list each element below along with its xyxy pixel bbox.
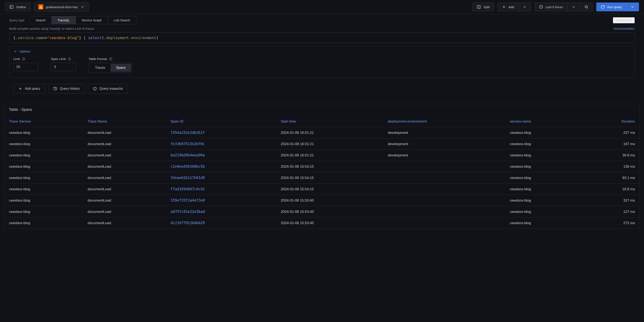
cell-start-time: 2024-01-08 15:53:40 <box>276 217 383 229</box>
span-id-link[interactable]: dc2167791264bb29 <box>171 221 205 225</box>
table-header-row: Trace Service Trace Name Span ID Start t… <box>4 116 640 127</box>
traceql-editor[interactable]: {.service.name="ceesbos-blog"} | select(… <box>9 32 635 43</box>
chevron-down-icon <box>13 49 18 53</box>
cell-trace-service: ceesbos-blog <box>4 161 83 172</box>
cell-trace-service: ceesbos-blog <box>4 139 83 150</box>
run-query-button[interactable]: Run query <box>596 2 626 11</box>
cell-service-name: ceesbos-blog <box>505 161 582 172</box>
grafana-icon <box>38 4 43 9</box>
cell-trace-service: ceesbos-blog <box>4 195 83 206</box>
svg-point-12 <box>24 58 24 59</box>
options-toggle[interactable]: Options <box>13 49 631 53</box>
cell-service-name: ceesbos-blog <box>505 206 582 217</box>
col-duration[interactable]: Duration <box>582 116 640 127</box>
cell-span-id: c2e0ea45b568bc5b <box>166 161 276 172</box>
cell-trace-service: ceesbos-blog <box>4 206 83 217</box>
cell-span-id: 159ef35f2a4ef3e0 <box>166 195 276 206</box>
svg-point-23 <box>95 88 95 88</box>
cell-duration: 327 ms <box>582 195 640 206</box>
add-dropdown[interactable] <box>518 2 531 11</box>
outline-label: Outline <box>16 5 26 9</box>
tab-traceql[interactable]: TraceQL <box>52 16 76 24</box>
col-trace-service[interactable]: Trace Service <box>4 116 83 127</box>
cell-env: development <box>383 127 505 139</box>
cell-env <box>383 161 505 172</box>
info-icon <box>68 57 71 61</box>
documentation-link[interactable]: Documentation <box>614 27 635 30</box>
cell-trace-name: documentLoad <box>83 172 166 183</box>
col-trace-name[interactable]: Trace Name <box>83 116 166 127</box>
span-limit-input[interactable] <box>51 63 76 71</box>
span-id-link[interactable]: f7a4169d667c0c41 <box>171 187 205 191</box>
import-trace-button[interactable]: Import trace <box>613 17 635 23</box>
format-traces[interactable]: Traces <box>90 64 110 72</box>
cell-start-time: 2024-01-08 16:01:21 <box>276 139 383 150</box>
cell-service-name: ceesbos-blog <box>505 139 582 150</box>
cell-env: development <box>383 150 505 161</box>
cell-span-id: ad75fc81e22e3bad <box>166 206 276 217</box>
col-service-name[interactable]: service.name <box>505 116 582 127</box>
cell-span-id: dc2167791264bb29 <box>166 217 276 229</box>
span-id-link[interactable]: fe33b07513e2bf0c <box>171 142 205 146</box>
query-help-row: Build complex queries using TraceQL to s… <box>9 25 635 32</box>
cell-start-time: 2024-01-08 15:54:15 <box>276 172 383 183</box>
options-row: Limit Span Limit Table Forma <box>13 57 631 73</box>
cell-duration: 127 ms <box>582 206 640 217</box>
cell-start-time: 2024-01-08 16:01:21 <box>276 127 383 139</box>
cell-span-id: 7454a252e2db261f <box>166 127 276 139</box>
timerange-dropdown[interactable] <box>567 2 580 11</box>
chevron-down-icon <box>522 5 527 9</box>
split-button[interactable]: Split <box>472 2 494 11</box>
svg-line-8 <box>587 7 588 8</box>
zoom-out-button[interactable] <box>580 2 593 11</box>
span-limit-label: Span Limit <box>51 57 66 61</box>
add-query-label: Add query <box>25 87 40 91</box>
query-type-label: Query type <box>9 18 30 22</box>
table-format-label: Table Format <box>88 57 107 61</box>
datasource-label: grafanacloud-cbos-trac <box>46 5 78 9</box>
tab-loki-search[interactable]: Loki Search <box>108 16 136 24</box>
span-limit-option: Span Limit <box>51 57 76 71</box>
outline-button[interactable]: Outline <box>5 2 30 11</box>
query-history-button[interactable]: Query history <box>48 84 84 93</box>
cell-span-id: ba224bd964eea90a <box>166 150 276 161</box>
timerange-button[interactable]: Last 6 hours <box>534 2 567 11</box>
plus-icon <box>502 5 506 9</box>
datasource-picker[interactable]: grafanacloud-cbos-trac <box>34 2 89 12</box>
query-actions: Add query Query history Query inspector <box>14 84 630 93</box>
tab-search[interactable]: Search <box>30 16 52 24</box>
format-spans[interactable]: Spans <box>110 64 131 72</box>
cell-service-name: ceesbos-blog <box>505 127 582 139</box>
limit-input[interactable] <box>13 63 38 71</box>
cell-start-time: 2024-01-08 16:01:21 <box>276 150 383 161</box>
span-id-link[interactable]: 7454a252e2db261f <box>171 131 205 135</box>
span-id-link[interactable]: ba224bd964eea90a <box>171 153 205 157</box>
tab-service-graph[interactable]: Service Graph <box>76 16 108 24</box>
results-title: Table - Spans <box>4 104 640 116</box>
run-group: Run query <box>596 2 639 11</box>
add-query-button[interactable]: Add query <box>14 84 45 93</box>
history-icon <box>53 87 57 91</box>
cell-span-id: fe33b07513e2bf0c <box>166 139 276 150</box>
cell-span-id: f7a4169d667c0c41 <box>166 183 276 195</box>
span-id-link[interactable]: c2e0ea45b568bc5b <box>171 164 205 168</box>
inspector-icon <box>93 87 97 91</box>
col-span-id[interactable]: Span ID <box>166 116 276 127</box>
cell-start-time: 2024-01-08 15:53:40 <box>276 206 383 217</box>
cell-service-name: ceesbos-blog <box>505 195 582 206</box>
span-id-link[interactable]: 159ef35f2a4ef3e0 <box>171 198 205 202</box>
span-id-link[interactable]: 33eae62b117b91d9 <box>171 176 205 180</box>
col-deployment-env[interactable]: deployment.environment <box>383 116 505 127</box>
col-start-time[interactable]: Start time <box>276 116 383 127</box>
table-row: ceesbos-blogdocumentLoad33eae62b117b91d9… <box>4 172 640 183</box>
timerange-label: Last 6 hours <box>546 5 563 9</box>
zoom-out-icon <box>584 5 588 9</box>
cell-env <box>383 172 505 183</box>
add-button[interactable]: Add <box>498 2 518 11</box>
query-inspector-button[interactable]: Query inspector <box>88 84 128 93</box>
code-token: .deployment.environment <box>104 35 156 40</box>
svg-point-18 <box>110 58 111 59</box>
run-dropdown[interactable] <box>626 2 639 11</box>
span-id-link[interactable]: ad75fc81e22e3bad <box>171 209 205 214</box>
cell-duration: 18.8 ms <box>582 183 640 195</box>
